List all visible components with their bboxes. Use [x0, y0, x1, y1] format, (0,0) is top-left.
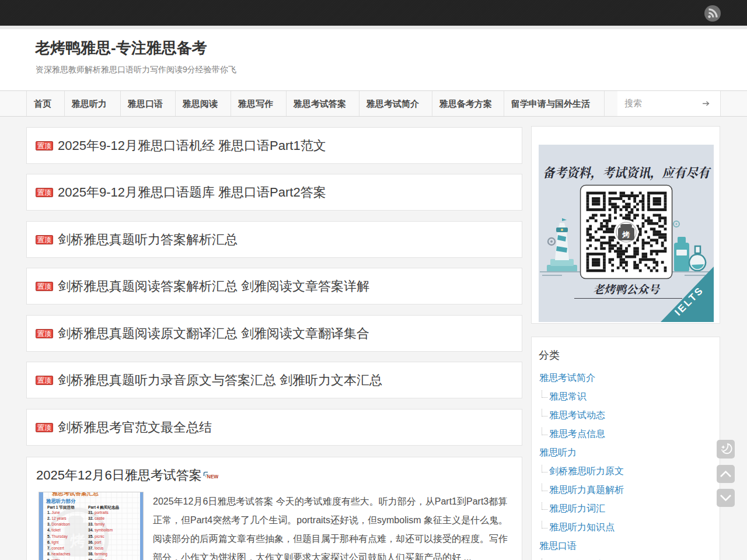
svg-text:3. Donaldson: 3. Donaldson	[47, 522, 70, 526]
svg-text:32. castle: 32. castle	[88, 516, 105, 520]
svg-text:7. concert: 7. concert	[47, 546, 64, 550]
svg-text:34. symbolism: 34. symbolism	[88, 528, 113, 533]
svg-text:8. headaches: 8. headaches	[47, 552, 71, 556]
svg-text:老烤鸭公众号: 老烤鸭公众号	[593, 281, 661, 296]
svg-text:Part 1 节目活动: Part 1 节目活动	[47, 505, 75, 510]
svg-text:雅思考试答案汇总: 雅思考试答案汇总	[51, 492, 99, 496]
svg-text:烤: 烤	[69, 532, 85, 550]
svg-text:备考资料，考试资讯，应有尽有: 备考资料，考试资讯，应有尽有	[543, 163, 711, 181]
svg-text:5. Thursday: 5. Thursday	[47, 534, 68, 539]
svg-text:38. farming: 38. farming	[88, 552, 107, 556]
svg-text:35. picnic: 35. picnic	[88, 534, 105, 539]
svg-text:9. rattle: 9. rattle	[47, 558, 60, 560]
svg-text:2. 12 years: 2. 12 years	[47, 516, 67, 521]
svg-text:4. ticket: 4. ticket	[47, 528, 61, 532]
svg-text:39. quality: 39. quality	[88, 558, 106, 560]
svg-text:6. light: 6. light	[47, 540, 59, 545]
svg-text:37. locus: 37. locus	[88, 546, 104, 550]
svg-text:NEW: NEW	[207, 474, 218, 479]
svg-text:烤: 烤	[622, 230, 630, 239]
svg-text:1. June: 1. June	[47, 510, 60, 514]
svg-text:33. family: 33. family	[88, 522, 105, 527]
svg-text:31. portraits: 31. portraits	[88, 510, 109, 515]
svg-text:36. port: 36. port	[88, 540, 102, 545]
svg-text:雅思听力部分: 雅思听力部分	[46, 498, 76, 504]
svg-text:Part 4 购买纪念品: Part 4 购买纪念品	[88, 505, 120, 510]
